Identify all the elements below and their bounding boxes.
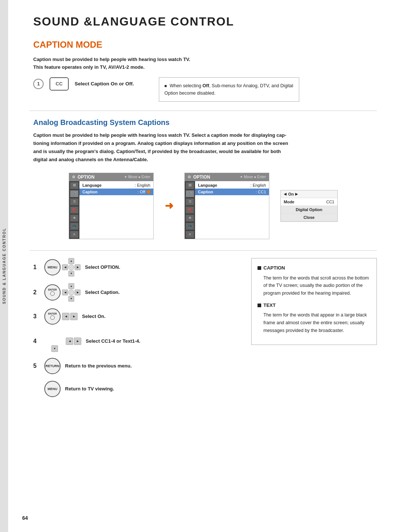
menu-box-right: ⚙ OPTION ✦ Move ● Enter 🖼 🔊 ☰ ⭕ ✤ 📺 A La… — [184, 173, 269, 239]
caption-note-body: The term for the words that scroll acros… — [263, 274, 371, 297]
enter-button-2[interactable]: ENTER — [44, 284, 61, 301]
menu-content-col-left: Language : English Caption : Off — [79, 181, 153, 239]
step-1-circle: 1 — [33, 79, 44, 89]
menu-nav-left: ✦ Move ● Enter — [124, 175, 150, 179]
menu-row-caption-right: Caption : CC1 — [195, 189, 269, 195]
menu-button-1[interactable]: MENU — [44, 259, 61, 275]
menu-content-col-right: Language : English Caption : CC1 — [195, 181, 269, 239]
dpad2-empty-tl — [62, 283, 68, 289]
menu-caption-value-right: : CC1 — [256, 190, 266, 194]
step-text-4: Select CC1-4 or Text1-4. — [86, 338, 140, 344]
menu-sidebar-right: 🖼 🔊 ☰ ⭕ ✤ 📺 A Language : English Caption… — [185, 181, 269, 239]
menu-icon-1: 🖼 — [70, 182, 78, 189]
page-number: 64 — [22, 515, 28, 521]
menu-icon-5: ✤ — [70, 215, 78, 221]
text-title-text: TEXT — [263, 302, 276, 309]
menu-button-final[interactable]: MENU — [44, 381, 61, 397]
page-title: SOUND &LANGUAGE CONTROL — [33, 15, 377, 28]
step-item-3: 3 ENTER ◀ ▶ Select On. — [33, 308, 240, 325]
enter-button-3[interactable]: ENTER — [44, 308, 61, 325]
dpad-empty-bl — [62, 271, 68, 277]
step-text-1: Select OPTION. — [85, 264, 120, 270]
dpad4-down[interactable]: ▼ — [51, 345, 58, 352]
analog-section-title: Analog Broadcasting System Captions — [33, 118, 377, 127]
text-note-body: The term for the words that appear in a … — [263, 311, 371, 334]
dpad2-down[interactable]: ▼ — [68, 296, 74, 302]
menu-icon-4: ⭕ — [70, 207, 78, 213]
controller-group-1: MENU ▲ ◀ ▶ ▼ — [44, 258, 81, 277]
arrow-between: ➜ — [165, 200, 173, 212]
menu-icon-r1: 🖼 — [186, 182, 194, 189]
return-button[interactable]: RETURN — [44, 358, 61, 374]
dpad-2: ▲ ◀ ▶ ▼ — [62, 283, 81, 302]
menu-icon-r5: ✤ — [186, 215, 194, 221]
caption-mode-title: CAPTION MODE — [33, 40, 377, 50]
dpad-1: ▲ ◀ ▶ ▼ — [62, 258, 81, 277]
step-item-4: 4 ▼ ◀ ▶ Select CC1-4 or Te — [33, 331, 240, 351]
submenu-box: ◀ On ▶ Mode CC1 Digital Option Close — [280, 190, 338, 222]
menu-icons-col-left: 🖼 🔊 ☰ ⭕ ✤ 📺 A — [69, 181, 79, 239]
dpad4-empty-tr — [58, 331, 65, 338]
menu-row-caption-left: Caption : Off — [79, 189, 153, 195]
caption-bullet — [258, 266, 261, 270]
dpad-empty-tl — [62, 258, 68, 264]
menu-icon-3: ☰ — [70, 199, 78, 205]
submenu-arrow-left: ◀ — [284, 192, 287, 196]
analog-intro: Caption must be provided to help people … — [33, 131, 377, 164]
step-text-menu: Return to TV viewing. — [65, 386, 114, 392]
dpad-up-1[interactable]: ▲ — [68, 258, 74, 264]
menu-icon-r2: 🔊 — [186, 190, 194, 197]
lr-left-4[interactable]: ◀ — [66, 338, 73, 345]
lr-right-4[interactable]: ▶ — [74, 338, 81, 345]
controller-group-2: ENTER ▲ ◀ ▶ ▼ — [44, 283, 81, 302]
dpad2-left[interactable]: ◀ — [62, 289, 68, 295]
menu-sidebar-left: 🖼 🔊 ☰ ⭕ ✤ 📺 A Language : English Caption… — [69, 181, 153, 239]
menu-caption-label-right: Caption — [198, 190, 256, 194]
dpad-center-1[interactable] — [68, 264, 74, 270]
submenu-arrow-right: ▶ — [295, 192, 298, 196]
menu-title-left: OPTION — [78, 174, 122, 180]
lr-left-3[interactable]: ◀ — [62, 313, 69, 320]
dpad-right-1[interactable]: ▶ — [75, 264, 81, 270]
menu-dot-left — [147, 190, 150, 194]
menu-header-left: ⚙ OPTION ✦ Move ● Enter — [69, 173, 153, 181]
text-note-title: TEXT — [258, 302, 371, 309]
menu-icon-r7: A — [186, 231, 194, 238]
divider-1 — [30, 111, 377, 111]
steps-list: 1 MENU ▲ ◀ ▶ ▼ Select OPTION. 2 — [33, 258, 240, 404]
caption-note-title: CAPTION — [258, 264, 371, 272]
dpad4-empty-tl — [44, 331, 51, 338]
dpad2-center[interactable] — [68, 289, 74, 295]
caption-mode-row: 1 CC Select Caption On or Off. ■ When se… — [33, 77, 377, 102]
submenu-close-label: Close — [304, 215, 315, 220]
step-item-2: 2 ENTER ▲ ◀ ▶ ▼ Select Capti — [33, 283, 240, 302]
menu-title-right: OPTION — [193, 174, 238, 180]
dpad-4: ▼ — [44, 331, 64, 351]
submenu-on-label: On — [288, 192, 294, 196]
menu-icon-right: ⚙ — [188, 175, 191, 179]
caption-intro-text: Caption must be provided to help people … — [33, 56, 377, 71]
side-label-bar: SOUND & LANGUAGE CONTROL — [0, 0, 8, 532]
dpad-left-1[interactable]: ◀ — [62, 264, 68, 270]
dpad-down-1[interactable]: ▼ — [68, 271, 74, 277]
dpad2-empty-bl — [62, 296, 68, 302]
submenu-mode-label: Mode — [284, 200, 294, 204]
menu-header-right: ⚙ OPTION ✦ Move ● Enter — [185, 173, 269, 181]
side-label: SOUND & LANGUAGE CONTROL — [2, 228, 6, 304]
menu-icon-r6: 📺 — [186, 223, 194, 230]
dpad2-up[interactable]: ▲ — [68, 283, 74, 289]
step-item-1: 1 MENU ▲ ◀ ▶ ▼ Select OPTION. — [33, 258, 240, 277]
step-item-menu: MENU Return to TV viewing. — [33, 381, 240, 397]
step-text-3: Select On. — [82, 314, 106, 319]
menu-icons-col-right: 🖼 🔊 ☰ ⭕ ✤ 📺 A — [185, 181, 195, 239]
submenu-digital-label: Digital Option — [296, 207, 322, 212]
submenu-on-row: ◀ On ▶ — [281, 190, 337, 198]
dpad2-right[interactable]: ▶ — [75, 289, 81, 295]
caption-instruction: Select Caption On or Off. — [75, 81, 134, 87]
menu-icon-2: 🔊 — [70, 190, 78, 197]
menu-caption-label-left: Caption — [82, 190, 137, 194]
menu-icon-6: 📺 — [70, 223, 78, 230]
dpad-empty-tr — [75, 258, 81, 264]
step-num-4: 4 — [33, 338, 40, 345]
lr-right-3[interactable]: ▶ — [70, 313, 78, 320]
